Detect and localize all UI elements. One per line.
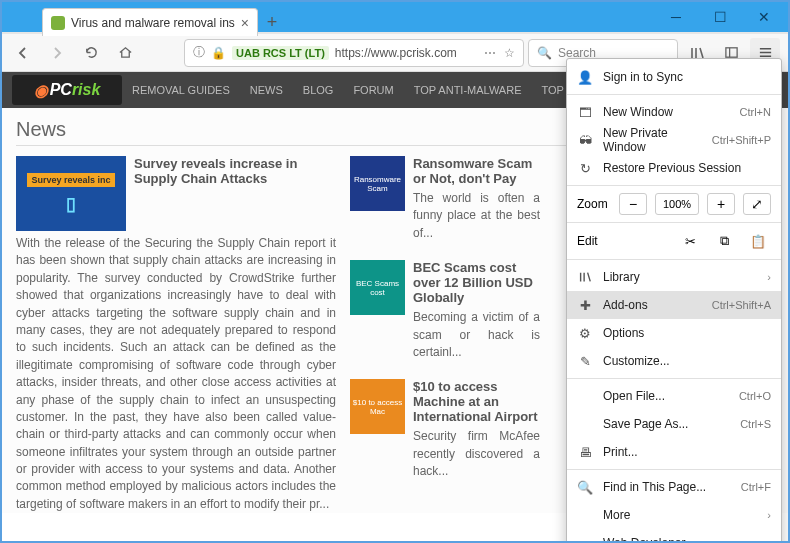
article-title[interactable]: BEC Scams cost over 12 Billion USD Globa… [413, 260, 540, 305]
paste-button[interactable]: 📋 [745, 230, 771, 252]
copy-button[interactable]: ⧉ [711, 230, 737, 252]
menu-addons[interactable]: ✚ Add-ons Ctrl+Shift+A [567, 291, 781, 319]
section-news-heading: News [16, 118, 605, 146]
tab-close-icon[interactable]: × [241, 15, 249, 31]
chevron-right-icon: › [767, 509, 771, 521]
close-window-button[interactable]: ✕ [742, 2, 786, 32]
puzzle-icon: ✚ [577, 298, 593, 313]
window-icon: 🗔 [577, 105, 593, 120]
zoom-value[interactable]: 100% [655, 193, 699, 215]
article-body: The world is often a funny place at the … [413, 190, 540, 242]
cut-button[interactable]: ✂ [677, 230, 703, 252]
back-button[interactable] [8, 38, 38, 68]
search-icon: 🔍 [537, 46, 552, 60]
minimize-button[interactable]: ─ [654, 2, 698, 32]
search-icon: 🔍 [577, 480, 593, 495]
new-tab-button[interactable]: + [258, 8, 286, 36]
article-title[interactable]: Ransomware Scam or Not, don't Pay [413, 156, 540, 186]
address-bar[interactable]: ⓘ 🔒 UAB RCS LT (LT) https://www.pcrisk.c… [184, 39, 524, 67]
url-text: https://www.pcrisk.com [335, 46, 457, 60]
menu-find[interactable]: 🔍 Find in This Page... Ctrl+F [567, 473, 781, 501]
tab-title: Virus and malware removal ins [71, 16, 235, 30]
ev-cert-label: UAB RCS LT (LT) [232, 46, 329, 60]
forward-button[interactable] [42, 38, 72, 68]
nav-link[interactable]: REMOVAL GUIDES [122, 84, 240, 96]
info-icon[interactable]: ⓘ [193, 44, 205, 61]
article-thumb[interactable]: Survey reveals inc ▯ [16, 156, 126, 231]
menu-print[interactable]: 🖶 Print... [567, 438, 781, 466]
menu-open-file[interactable]: Open File... Ctrl+O [567, 382, 781, 410]
article-thumb[interactable]: Ransomware Scam [350, 156, 405, 211]
article-body: Becoming a victim of a scam or hack is c… [413, 309, 540, 361]
app-menu-panel: 👤 Sign in to Sync 🗔 New Window Ctrl+N 🕶 … [566, 58, 782, 543]
menu-library[interactable]: Library › [567, 263, 781, 291]
restore-icon: ↻ [577, 161, 593, 176]
tab-strip: Virus and malware removal ins × + [2, 6, 286, 36]
gear-icon: ⚙ [577, 326, 593, 341]
bookmark-star-icon[interactable]: ☆ [504, 46, 515, 60]
nav-link[interactable]: BLOG [293, 84, 344, 96]
zoom-out-button[interactable]: − [619, 193, 647, 215]
home-button[interactable] [110, 38, 140, 68]
article-body: Security firm McAfee recently discovered… [413, 428, 540, 480]
nav-link[interactable]: TOP ANTI-MALWARE [404, 84, 532, 96]
menu-new-private-window[interactable]: 🕶 New Private Window Ctrl+Shift+P [567, 126, 781, 154]
menu-web-developer[interactable]: Web Developer › [567, 529, 781, 543]
menu-edit-row: Edit ✂ ⧉ 📋 [567, 226, 781, 256]
menu-sign-in[interactable]: 👤 Sign in to Sync [567, 63, 781, 91]
maximize-button[interactable]: ☐ [698, 2, 742, 32]
chevron-right-icon: › [767, 271, 771, 283]
logo-eye-icon: ◉ [34, 81, 48, 100]
article-thumb[interactable]: $10 to access Mac [350, 379, 405, 434]
menu-save-page[interactable]: Save Page As... Ctrl+S [567, 410, 781, 438]
chevron-right-icon: › [767, 537, 771, 543]
library-icon [577, 270, 593, 284]
site-logo[interactable]: ◉PCrisk [12, 75, 122, 105]
article-body: With the release of the Securing the Sup… [16, 235, 336, 513]
mask-icon: 🕶 [577, 133, 593, 148]
reload-button[interactable] [76, 38, 106, 68]
article-thumb[interactable]: BEC Scams cost [350, 260, 405, 315]
tab-favicon [51, 16, 65, 30]
menu-customize[interactable]: ✎ Customize... [567, 347, 781, 375]
svg-rect-0 [725, 48, 736, 57]
user-icon: 👤 [577, 70, 593, 85]
page-action-icon[interactable]: ⋯ [484, 46, 496, 60]
paint-icon: ✎ [577, 354, 593, 369]
browser-tab[interactable]: Virus and malware removal ins × [42, 8, 258, 36]
menu-more[interactable]: More › [567, 501, 781, 529]
menu-zoom-row: Zoom − 100% + ⤢ [567, 189, 781, 219]
article-title[interactable]: $10 to access Machine at an Internationa… [413, 379, 540, 424]
menu-restore-session[interactable]: ↻ Restore Previous Session [567, 154, 781, 182]
print-icon: 🖶 [577, 445, 593, 460]
nav-link[interactable]: FORUM [343, 84, 403, 96]
nav-link[interactable]: NEWS [240, 84, 293, 96]
menu-new-window[interactable]: 🗔 New Window Ctrl+N [567, 98, 781, 126]
menu-options[interactable]: ⚙ Options [567, 319, 781, 347]
zoom-in-button[interactable]: + [707, 193, 735, 215]
lock-icon: 🔒 [211, 46, 226, 60]
fullscreen-button[interactable]: ⤢ [743, 193, 771, 215]
